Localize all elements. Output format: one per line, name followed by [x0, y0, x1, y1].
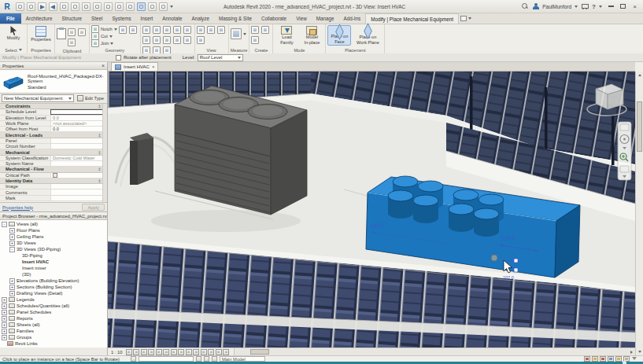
measure-tool-icon[interactable] [231, 28, 242, 39]
section-row[interactable]: Identity Data‡ [0, 178, 107, 184]
tag-icon[interactable] [93, 2, 102, 11]
displace-elements-icon[interactable] [216, 349, 222, 355]
shadows-icon[interactable] [148, 349, 154, 355]
active-workset-dropdown[interactable] [139, 356, 194, 362]
trim-icon[interactable] [153, 36, 161, 44]
open-icon[interactable] [16, 2, 24, 11]
edit-type-button[interactable]: Edit Type [76, 94, 105, 102]
user-menu-caret-icon[interactable] [575, 6, 578, 8]
print-icon[interactable] [60, 2, 68, 11]
create-group-icon[interactable] [261, 26, 269, 34]
property-row[interactable]: System Name [0, 161, 107, 167]
close-button[interactable]: × [629, 2, 641, 12]
override-graphics-icon[interactable] [217, 26, 225, 34]
tree-item-panel-schedules[interactable]: +Panel Schedules [0, 309, 107, 315]
vertical-scrollbar[interactable] [635, 72, 643, 355]
vertical-scroll-thumb[interactable] [637, 101, 642, 152]
property-row[interactable]: Critical Path [0, 173, 107, 178]
switch-windows-icon[interactable] [159, 2, 168, 11]
place-on-face-button[interactable]: Place onFace [327, 25, 351, 46]
tree-item-insert-hvac[interactable]: Insert HVAC [0, 259, 107, 265]
rotate-after-placement-option[interactable]: Rotate after placement [116, 55, 172, 61]
create-similar-icon[interactable] [251, 26, 259, 34]
model-canvas[interactable]: 700.0 770.5 102.0 [108, 72, 635, 347]
property-row[interactable]: Elevation from Level0.0 [0, 116, 107, 121]
reveal-constraints-icon[interactable] [223, 349, 229, 355]
app-store-icon[interactable] [581, 3, 589, 10]
modify-button[interactable]: Modify [2, 25, 25, 46]
show-crop-region-icon[interactable] [171, 349, 177, 355]
ribbon-display-toggle[interactable] [459, 13, 473, 24]
property-row[interactable]: Offset from Host0.0 [0, 127, 107, 132]
tab-structure[interactable]: Structure [57, 13, 87, 24]
tab-steel[interactable]: Steel [87, 13, 107, 24]
apply-button[interactable]: Apply [82, 204, 105, 211]
place-on-work-plane-button[interactable]: Place onWork Plane [353, 25, 382, 46]
save-icon[interactable] [27, 2, 35, 11]
tree-item-schedules[interactable]: +Schedules/Quantities (all) [0, 303, 107, 309]
rotate-icon[interactable] [142, 36, 150, 44]
tree-item-3d-views-piping[interactable]: -3D Views (3D-Piping) [0, 246, 107, 252]
navigation-bar[interactable] [618, 122, 631, 180]
match-type-icon[interactable] [68, 39, 76, 46]
join-icon[interactable] [91, 39, 99, 47]
section-row[interactable]: Mechanical‡ [0, 149, 107, 155]
worksets-icon[interactable] [131, 356, 136, 362]
paste-icon[interactable] [57, 28, 66, 39]
tree-item-legends[interactable]: +Legends [0, 296, 107, 303]
properties-close-icon[interactable]: × [102, 64, 105, 68]
horizontal-scrollbar[interactable] [234, 348, 635, 355]
property-row[interactable]: Image [0, 184, 107, 189]
signed-in-user[interactable]: PaulMunford [542, 4, 571, 9]
gray-inactive-worksets-icon[interactable] [204, 356, 209, 362]
worksharing-display-icon[interactable] [201, 349, 207, 355]
align-icon[interactable] [142, 26, 150, 34]
design-options-icon[interactable] [212, 356, 217, 362]
tree-item-drafting-views[interactable]: +Drafting Views (Detail) [0, 290, 107, 296]
tree-item-3d-views[interactable]: +3D Views [0, 240, 107, 246]
join-caret-icon[interactable] [110, 42, 113, 45]
user-avatar-icon[interactable] [532, 3, 539, 10]
tree-item-3d-piping[interactable]: 3D-Piping [0, 252, 107, 259]
design-option-dropdown[interactable]: Main Model [220, 356, 265, 362]
linework-icon[interactable] [197, 36, 205, 44]
tree-item-elevations[interactable]: +Elevations (Building Elevation) [0, 278, 107, 284]
tab-manage[interactable]: Manage [312, 13, 339, 24]
view-tab-insert-hvac[interactable]: Insert HVAC × [111, 62, 158, 71]
temporary-hide-isolate-icon[interactable] [186, 349, 192, 355]
customize-qat-caret-icon[interactable] [170, 6, 173, 8]
exclude-options-icon[interactable] [584, 356, 590, 362]
help-icon[interactable]: ? [592, 3, 596, 10]
revit-app-button[interactable]: R [0, 1, 14, 13]
create-assembly-icon[interactable] [251, 36, 259, 44]
search-icon[interactable] [522, 3, 529, 10]
text-icon[interactable] [104, 2, 113, 11]
load-family-button[interactable]: LoadFamily [275, 25, 298, 46]
tab-collaborate[interactable]: Collaborate [257, 13, 291, 24]
hide-icon[interactable] [207, 26, 215, 34]
cut-clipboard-icon[interactable] [78, 28, 86, 36]
undo-icon[interactable] [38, 2, 46, 11]
view-tab-close-icon[interactable]: × [152, 64, 155, 69]
property-row[interactable]: Mark [0, 196, 107, 201]
reveal-hidden-elements-icon[interactable] [193, 349, 199, 355]
exclude-links-icon[interactable] [600, 356, 606, 362]
tree-item-insert-mixer[interactable]: Insert mixer [0, 265, 107, 271]
properties-button[interactable]: Properties [29, 25, 53, 46]
section-row[interactable]: Electrical - Loads‡ [0, 132, 107, 138]
pan-icon[interactable] [620, 166, 629, 172]
tab-modify-place-mechanical-equipment[interactable]: Modify | Place Mechanical Equipment [365, 13, 459, 24]
type-selector[interactable]: Roof-Mounted_HVAC_Packaged-DX- System St… [0, 70, 107, 94]
model-in-place-button[interactable]: ModelIn-place [300, 25, 323, 46]
move-icon[interactable] [173, 26, 181, 34]
properties-palette-header[interactable]: Properties × [0, 62, 107, 70]
tab-massing-site[interactable]: Massing & Site [214, 13, 257, 24]
schedule-level-input[interactable] [50, 109, 107, 114]
type-selector-dropdown[interactable]: New Mechanical Equipment [2, 94, 74, 102]
tab-annotate[interactable]: Annotate [157, 13, 187, 24]
help-menu-caret-icon[interactable] [599, 6, 602, 8]
properties-help-link[interactable]: Properties help [2, 205, 33, 210]
scale-button[interactable]: 1 : 10 [108, 350, 126, 355]
offset-icon[interactable] [153, 26, 161, 34]
temporary-view-properties-icon[interactable] [208, 349, 214, 355]
